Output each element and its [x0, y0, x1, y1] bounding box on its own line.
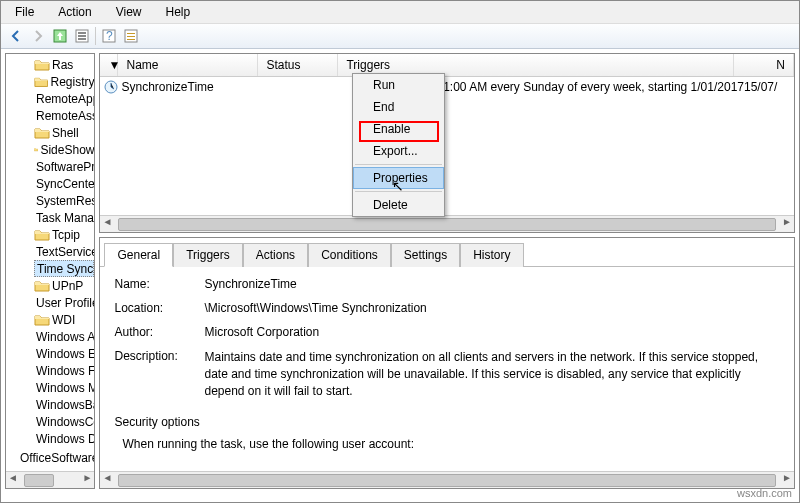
- tab-history[interactable]: History: [460, 243, 523, 267]
- folder-icon: [34, 58, 50, 71]
- tree-label: WindowsColorSys: [36, 415, 95, 429]
- tree-item[interactable]: SideShow: [34, 141, 94, 158]
- location-label: Location:: [114, 301, 204, 315]
- tree-item[interactable]: Time Synchronizat: [34, 260, 94, 277]
- menu-bar: File Action View Help: [1, 1, 799, 24]
- tree-label: Registry: [50, 75, 94, 89]
- separator: [355, 191, 442, 192]
- ctx-delete[interactable]: Delete: [353, 194, 444, 216]
- tree-item[interactable]: Task Manager: [34, 209, 94, 226]
- tree-item[interactable]: TextServicesFrame: [34, 243, 94, 260]
- folder-icon: [34, 143, 38, 156]
- tree-label: Windows Error Rep: [36, 347, 95, 361]
- tree-label: Ras: [52, 58, 73, 72]
- folder-icon: [34, 126, 50, 139]
- location-value: \Microsoft\Windows\Time Synchronization: [204, 301, 780, 315]
- author-label: Author:: [114, 325, 204, 339]
- tree-label: Windows Filtering: [36, 364, 95, 378]
- tab-settings[interactable]: Settings: [391, 243, 460, 267]
- svg-rect-9: [127, 33, 135, 34]
- tree-label: RemoteApp and D: [36, 92, 95, 106]
- menu-view[interactable]: View: [106, 3, 152, 21]
- task-next: 15/07/: [744, 80, 794, 94]
- tree-label: OfficeSoftwareProtection: [20, 451, 95, 465]
- tree-label: Windows Defender: [36, 432, 95, 446]
- tree-label: RemoteAssistance: [36, 109, 95, 123]
- ctx-properties[interactable]: Properties: [353, 167, 444, 189]
- tree-label: SideShow: [40, 143, 94, 157]
- tree-scrollbar[interactable]: [6, 471, 94, 488]
- ctx-enable[interactable]: Enable: [353, 118, 444, 140]
- tree-item[interactable]: Windows Error Rep: [34, 345, 94, 362]
- name-value: SynchronizeTime: [204, 277, 780, 291]
- list-icon[interactable]: [122, 27, 140, 45]
- tree-item[interactable]: Tcpip: [34, 226, 94, 243]
- tab-triggers[interactable]: Triggers: [173, 243, 243, 267]
- tree-item[interactable]: Registry: [34, 73, 94, 90]
- toolbar: ?: [1, 24, 799, 49]
- menu-file[interactable]: File: [5, 3, 44, 21]
- tree-item[interactable]: Windows Filtering: [34, 362, 94, 379]
- tree-item[interactable]: RemoteApp and D: [34, 90, 94, 107]
- task-list-panel: ▼ Name Status Triggers N SynchronizeTime…: [99, 53, 795, 233]
- tree-item[interactable]: SyncCenter: [34, 175, 94, 192]
- tree-item[interactable]: User Profile Servic: [34, 294, 94, 311]
- svg-rect-5: [78, 38, 86, 40]
- tree-item[interactable]: UPnP: [34, 277, 94, 294]
- tree-item[interactable]: Shell: [34, 124, 94, 141]
- details-scrollbar[interactable]: [100, 471, 794, 488]
- tasklist-scrollbar[interactable]: [100, 215, 794, 232]
- tree-panel: RasRegistryRemoteApp and DRemoteAssistan…: [5, 53, 95, 489]
- tab-actions[interactable]: Actions: [243, 243, 308, 267]
- ctx-end[interactable]: End: [353, 96, 444, 118]
- tree-item[interactable]: WDI: [34, 311, 94, 328]
- folder-icon: [34, 279, 50, 292]
- col-next[interactable]: N: [734, 54, 794, 76]
- tree-label: WindowsBackup: [36, 398, 95, 412]
- col-name[interactable]: Name: [118, 54, 258, 76]
- properties-icon[interactable]: [73, 27, 91, 45]
- tree-label: UPnP: [52, 279, 83, 293]
- tree-item[interactable]: SystemRestore: [34, 192, 94, 209]
- menu-help[interactable]: Help: [156, 3, 201, 21]
- tree-label: User Profile Servic: [36, 296, 95, 310]
- tree-label: Shell: [52, 126, 79, 140]
- separator: [355, 164, 442, 165]
- tree-item[interactable]: Windows Defender: [34, 430, 94, 447]
- tree-label: Windows Media Sh: [36, 381, 95, 395]
- tree-item[interactable]: Ras: [34, 56, 94, 73]
- help-icon[interactable]: ?: [100, 27, 118, 45]
- tree-label: WDI: [52, 313, 75, 327]
- name-label: Name:: [114, 277, 204, 291]
- tab-conditions[interactable]: Conditions: [308, 243, 391, 267]
- tree-item[interactable]: Windows Media Sh: [34, 379, 94, 396]
- svg-rect-10: [127, 36, 135, 37]
- tree-item[interactable]: WindowsBackup: [34, 396, 94, 413]
- tab-strip: General Triggers Actions Conditions Sett…: [100, 238, 794, 267]
- tree-item[interactable]: Windows Activatio: [34, 328, 94, 345]
- tree-item[interactable]: WindowsColorSys: [34, 413, 94, 430]
- tree-label: Time Synchronizat: [37, 262, 95, 276]
- desc-value: Maintains date and time synchronization …: [204, 349, 780, 399]
- clock-icon: [104, 80, 118, 94]
- task-name: SynchronizeTime: [121, 80, 213, 94]
- tree-item[interactable]: RemoteAssistance: [34, 107, 94, 124]
- ctx-export[interactable]: Export...: [353, 140, 444, 162]
- security-label: Security options: [114, 415, 780, 429]
- tree-item-office[interactable]: OfficeSoftwareProtection: [6, 449, 94, 466]
- tree-item[interactable]: SoftwareProtectio: [34, 158, 94, 175]
- folder-icon: [34, 228, 50, 241]
- col-status[interactable]: Status: [258, 54, 338, 76]
- svg-rect-11: [127, 39, 135, 40]
- folder-icon: [34, 313, 50, 326]
- tree-label: Tcpip: [52, 228, 80, 242]
- ctx-run[interactable]: Run: [353, 74, 444, 96]
- tab-general[interactable]: General: [104, 243, 173, 267]
- svg-rect-3: [78, 32, 86, 34]
- menu-action[interactable]: Action: [48, 3, 101, 21]
- tree-label: Task Manager: [36, 211, 95, 225]
- back-icon[interactable]: [7, 27, 25, 45]
- table-row[interactable]: SynchronizeTime At 1:00 AM every Sunday …: [100, 77, 794, 97]
- up-icon[interactable]: [51, 27, 69, 45]
- sort-indicator[interactable]: ▼: [100, 54, 118, 76]
